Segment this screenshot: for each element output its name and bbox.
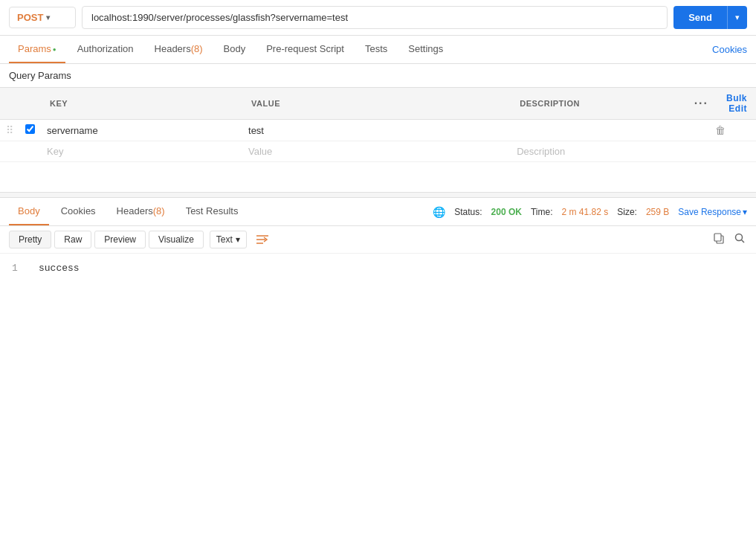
tab-params[interactable]: Params● (9, 36, 65, 63)
tab-authorization[interactable]: Authorization (68, 36, 143, 63)
col-description: DESCRIPTION (511, 88, 685, 120)
table-empty-row (0, 141, 756, 162)
bulk-edit-options-icon[interactable]: ··· (694, 97, 708, 109)
save-response-button[interactable]: Save Response ▾ (678, 207, 747, 217)
preview-button[interactable]: Preview (94, 231, 146, 248)
tab-headers[interactable]: Headers(8) (146, 36, 212, 63)
send-dropdown-button[interactable]: ▾ (727, 6, 747, 29)
time-label: Time: (531, 207, 553, 217)
tab-pre-request[interactable]: Pre-request Script (257, 36, 353, 63)
url-input[interactable] (82, 6, 668, 29)
response-tab-test-results[interactable]: Test Results (177, 198, 248, 225)
tab-settings[interactable]: Settings (399, 36, 452, 63)
tab-body[interactable]: Body (215, 36, 255, 63)
response-tab-headers[interactable]: Headers(8) (108, 198, 174, 225)
new-desc-input[interactable] (517, 146, 679, 157)
tab-tests[interactable]: Tests (356, 36, 396, 63)
copy-button[interactable] (711, 231, 726, 248)
row-checkbox-cell (19, 120, 41, 141)
cookies-link[interactable]: Cookies (712, 36, 747, 62)
toolbar-right (711, 231, 747, 248)
row-checkbox[interactable] (25, 124, 35, 134)
response-tabs: Body Cookies Headers(8) Test Results 🌐 S… (0, 198, 756, 226)
time-value: 2 m 41.82 s (562, 207, 609, 217)
method-selector[interactable]: POST ▾ (9, 7, 76, 28)
response-toolbar: Pretty Raw Preview Visualize Text ▾ (0, 226, 756, 254)
send-button[interactable]: Send (673, 6, 727, 29)
row-description-input[interactable] (517, 125, 679, 136)
status-code: 200 OK (491, 207, 522, 217)
size-value: 259 B (646, 207, 669, 217)
new-value-input[interactable] (248, 146, 505, 157)
response-content: success (39, 263, 80, 274)
top-bar: POST ▾ Send ▾ (0, 0, 756, 36)
response-status: 🌐 Status: 200 OK Time: 2 m 41.82 s Size:… (433, 206, 747, 218)
svg-line-6 (742, 240, 745, 243)
params-table: KEY VALUE DESCRIPTION ··· Bulk Edit ⠿ (0, 87, 756, 162)
globe-icon: 🌐 (433, 206, 445, 218)
section-divider (0, 192, 756, 198)
search-button[interactable] (732, 231, 747, 248)
send-button-group: Send ▾ (673, 6, 747, 29)
col-bulk-edit[interactable]: Bulk Edit (717, 88, 756, 120)
svg-point-5 (736, 234, 743, 241)
visualize-button[interactable]: Visualize (149, 231, 204, 248)
row-key-input[interactable] (47, 125, 236, 136)
query-params-title: Query Params (0, 64, 756, 87)
raw-button[interactable]: Raw (54, 231, 91, 248)
wrap-button[interactable] (250, 231, 277, 248)
line-number: 1 (12, 263, 27, 274)
col-key: KEY (41, 88, 242, 120)
svg-rect-4 (714, 234, 721, 241)
status-label: Status: (454, 207, 482, 217)
new-key-input[interactable] (47, 146, 236, 157)
wrap-icon (256, 234, 270, 245)
text-format-select[interactable]: Text ▾ (210, 231, 247, 248)
method-chevron: ▾ (46, 13, 50, 22)
request-tabs: Params● Authorization Headers(8) Body Pr… (0, 36, 756, 64)
table-row: ⠿ 🗑 (0, 120, 756, 141)
row-handle: ⠿ (0, 120, 19, 141)
response-tab-cookies[interactable]: Cookies (52, 198, 105, 225)
col-value: VALUE (242, 88, 511, 120)
size-label: Size: (617, 207, 637, 217)
method-label: POST (17, 12, 43, 23)
response-body: 1 success (0, 254, 756, 283)
row-delete-button[interactable]: 🗑 (715, 124, 726, 136)
response-tab-body[interactable]: Body (9, 198, 49, 225)
pretty-button[interactable]: Pretty (9, 231, 51, 248)
row-value-input[interactable] (248, 125, 505, 136)
